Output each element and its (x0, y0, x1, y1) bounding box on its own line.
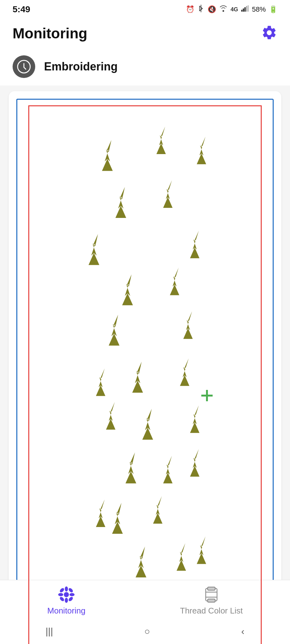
svg-rect-30 (208, 587, 215, 590)
status-time: 5:49 (13, 4, 30, 14)
android-nav: ||| ○ ‹ (0, 619, 290, 644)
settings-button[interactable] (261, 25, 277, 42)
machine-status-label: Embroidering (44, 60, 118, 73)
mute-icon: 🔇 (208, 5, 216, 14)
svg-point-25 (59, 587, 65, 593)
status-icons: ⏰ 🔇 4G (186, 4, 277, 15)
svg-point-26 (68, 596, 74, 602)
svg-point-21 (65, 586, 68, 591)
embroidery-canvas-container (9, 91, 281, 644)
svg-point-22 (65, 598, 68, 603)
page-title: Monitoring (13, 25, 87, 42)
bottom-nav: Monitoring Thread Color List (0, 580, 290, 619)
svg-rect-31 (208, 599, 215, 602)
svg-point-23 (58, 593, 63, 596)
4g-icon: 4G (231, 6, 238, 13)
embroidery-canvas (16, 99, 274, 644)
svg-point-28 (59, 596, 65, 602)
battery-icon: 🔋 (269, 5, 277, 14)
nav-thread-color-list-label: Thread Color List (180, 606, 243, 616)
embroidery-svg (17, 100, 273, 644)
svg-rect-3 (244, 7, 246, 12)
svg-rect-5 (248, 5, 249, 12)
wifi-icon (219, 5, 227, 14)
android-home-btn[interactable]: ○ (144, 626, 150, 637)
svg-rect-1 (241, 10, 243, 12)
machine-status-icon (13, 55, 35, 78)
nav-monitoring[interactable]: Monitoring (47, 586, 85, 616)
machine-status-row: Embroidering (0, 48, 290, 86)
bluetooth-icon (198, 4, 204, 15)
nav-thread-color-list[interactable]: Thread Color List (180, 586, 243, 616)
nav-monitoring-label: Monitoring (47, 606, 85, 616)
svg-point-20 (64, 592, 69, 597)
svg-rect-8 (201, 395, 213, 397)
alarm-icon: ⏰ (186, 5, 194, 14)
android-back-btn[interactable]: ‹ (241, 626, 244, 637)
svg-rect-2 (243, 8, 244, 12)
signal-icon (241, 5, 249, 14)
status-bar: 5:49 ⏰ 🔇 4G (0, 0, 290, 19)
battery-text: 58% (252, 5, 266, 14)
header: Monitoring (0, 19, 290, 48)
needle-cursor (201, 390, 213, 401)
android-recent-btn[interactable]: ||| (46, 626, 53, 637)
svg-point-27 (68, 587, 74, 593)
svg-point-24 (70, 593, 75, 596)
svg-rect-4 (246, 6, 247, 12)
